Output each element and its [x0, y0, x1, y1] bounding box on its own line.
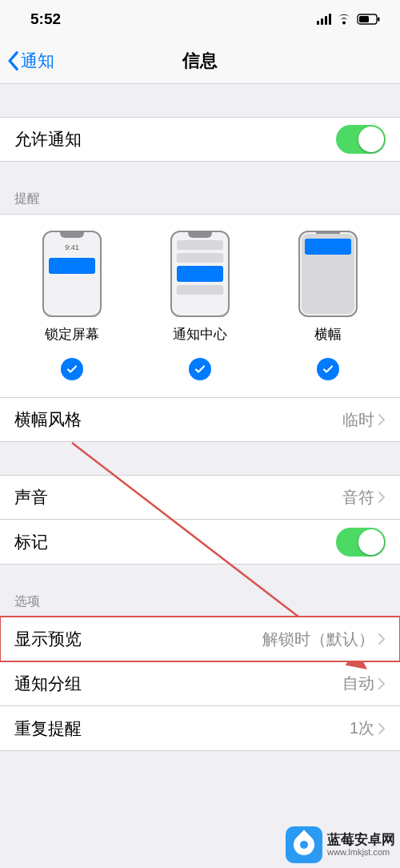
repeat-alerts-label: 重复提醒: [14, 717, 82, 740]
banner-preview-icon: [298, 231, 358, 317]
show-previews-label: 显示预览: [14, 628, 82, 650]
check-icon: [317, 358, 339, 380]
alerts-header: 提醒: [0, 191, 400, 214]
repeat-alerts-row[interactable]: 重复提醒 1次: [0, 706, 400, 751]
alert-banner-label: 横幅: [314, 325, 342, 344]
chevron-right-icon: [378, 491, 386, 504]
chevron-right-icon: [378, 413, 386, 426]
show-previews-value: 解锁时（默认）: [262, 629, 374, 650]
watermark-name: 蓝莓安卓网: [327, 833, 395, 848]
options-header: 选项: [0, 593, 400, 617]
notificationcenter-preview-icon: [170, 231, 230, 317]
notification-grouping-row[interactable]: 通知分组 自动: [0, 661, 400, 706]
sound-label: 声音: [14, 486, 48, 508]
statusbar: 5:52: [0, 0, 400, 38]
alert-banner-option[interactable]: 横幅: [298, 231, 358, 380]
watermark: 蓝莓安卓网 www.lmkjst.com: [286, 826, 395, 863]
alert-notificationcenter-option[interactable]: 通知中心: [170, 231, 230, 380]
watermark-url: www.lmkjst.com: [327, 847, 395, 857]
badge-toggle[interactable]: [336, 528, 386, 557]
signal-icon: [317, 14, 332, 25]
alert-lockscreen-label: 锁定屏幕: [45, 325, 99, 344]
chevron-right-icon: [378, 633, 386, 645]
allow-notifications-label: 允许通知: [14, 128, 82, 151]
sound-row[interactable]: 声音 音符: [0, 475, 400, 520]
allow-notifications-toggle[interactable]: [336, 125, 386, 154]
show-previews-row[interactable]: 显示预览 解锁时（默认）: [0, 617, 400, 661]
badge-row: 标记: [0, 520, 400, 565]
status-time: 5:52: [30, 10, 61, 28]
alert-nc-label: 通知中心: [173, 325, 227, 344]
back-button[interactable]: 通知: [0, 50, 54, 72]
banner-style-row[interactable]: 横幅风格 临时: [0, 397, 400, 442]
battery-icon: [357, 14, 381, 25]
navbar: 通知 信息: [0, 38, 400, 84]
notification-grouping-value: 自动: [342, 673, 374, 694]
alert-lockscreen-option[interactable]: 9:41 锁定屏幕: [42, 231, 102, 380]
sound-value: 音符: [342, 487, 374, 508]
watermark-logo-icon: [286, 826, 322, 863]
wifi-icon: [336, 14, 352, 26]
status-right: [317, 14, 382, 26]
back-label: 通知: [21, 50, 54, 72]
banner-style-label: 横幅风格: [14, 408, 82, 431]
page-title: 信息: [0, 49, 400, 73]
lockscreen-preview-icon: 9:41: [42, 231, 102, 317]
svg-rect-2: [378, 18, 380, 22]
chevron-right-icon: [378, 722, 386, 735]
svg-rect-1: [359, 16, 369, 22]
notification-grouping-label: 通知分组: [14, 673, 82, 695]
alert-style-panel: 9:41 锁定屏幕 通知中心 横幅: [0, 214, 400, 398]
repeat-alerts-value: 1次: [350, 717, 374, 739]
check-icon: [61, 358, 83, 380]
chevron-right-icon: [378, 677, 386, 690]
badge-label: 标记: [14, 531, 48, 553]
check-icon: [189, 358, 211, 380]
allow-notifications-row: 允许通知: [0, 117, 400, 162]
banner-style-value: 临时: [342, 409, 374, 431]
